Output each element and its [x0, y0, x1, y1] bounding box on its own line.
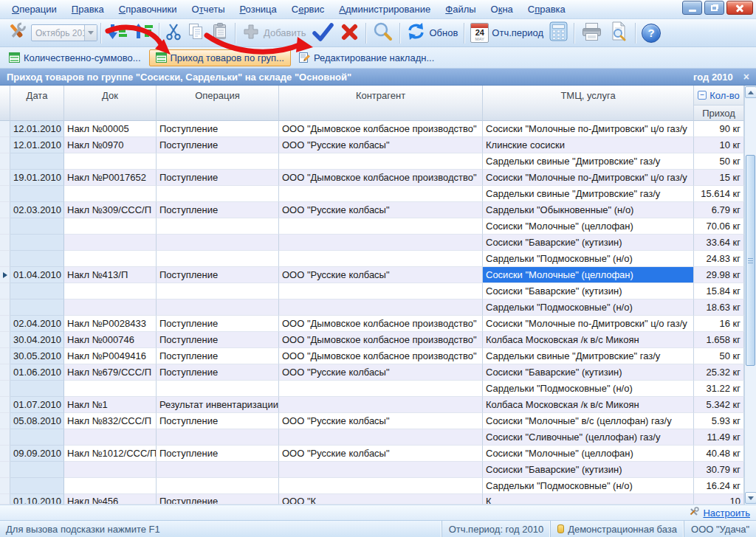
menu-item-9[interactable]: Справка	[520, 1, 573, 17]
row-indicator-cell[interactable]	[0, 381, 10, 397]
operation-cell[interactable]: Поступление	[157, 202, 279, 218]
row-indicator-cell[interactable]	[0, 153, 10, 170]
doc-cell[interactable]	[64, 462, 157, 478]
tab-0[interactable]: Количественно-суммово...	[2, 49, 148, 66]
configure-link[interactable]: Настроить	[703, 507, 750, 519]
operation-cell[interactable]	[157, 218, 279, 235]
operation-cell[interactable]	[157, 381, 279, 397]
item-cell[interactable]: Сосиски "Сливочные" (целлофан) газ/у	[483, 429, 694, 446]
qty-cell[interactable]: 18.63 кг	[694, 299, 744, 316]
operation-cell[interactable]	[157, 429, 279, 446]
contragent-cell[interactable]: ООО "Дымовское колбасное производство"	[279, 332, 483, 348]
date-cell[interactable]: 05.08.2010	[10, 413, 64, 429]
doc-cell[interactable]	[64, 283, 157, 299]
qty-cell[interactable]: 5.342 кг	[694, 397, 744, 413]
item-cell[interactable]: Сардельки "Подмосковные" (н/о)	[483, 478, 694, 494]
doc-cell[interactable]	[64, 251, 157, 267]
row-indicator-cell[interactable]	[0, 283, 10, 299]
qty-cell[interactable]: 31.22 кг	[694, 381, 744, 397]
item-cell[interactable]: Сосиски "Молочные" (целлофан)	[483, 218, 694, 235]
operation-cell[interactable]: Поступление	[157, 446, 279, 462]
operation-cell[interactable]: Поступление	[157, 413, 279, 429]
menu-item-7[interactable]: Файлы	[438, 1, 483, 17]
qty-cell[interactable]: 16.24 кг	[694, 478, 744, 494]
close-button[interactable]	[726, 1, 753, 15]
date-cell[interactable]: 01.07.2010	[10, 397, 64, 413]
qty-cell[interactable]: 15.84 кг	[694, 283, 744, 299]
contragent-cell[interactable]	[279, 429, 483, 446]
row-indicator-cell[interactable]	[0, 348, 10, 364]
tab-2[interactable]: Редактирование накладн...	[292, 49, 441, 66]
operation-cell[interactable]	[157, 235, 279, 251]
item-cell[interactable]: Сардельки свиные "Дмитровские" газ/у	[483, 186, 694, 202]
row-indicator-cell[interactable]	[0, 364, 10, 381]
date-cell[interactable]: 30.04.2010	[10, 332, 64, 348]
row-indicator-cell[interactable]	[0, 186, 10, 202]
header-qty[interactable]: − Кол-во	[694, 86, 744, 105]
date-cell[interactable]	[10, 235, 64, 251]
copy-button[interactable]	[185, 21, 208, 45]
item-cell[interactable]: Сардельки свиные "Дмитровские" газ/у	[483, 348, 694, 364]
contragent-cell[interactable]	[279, 462, 483, 478]
contragent-cell[interactable]	[279, 251, 483, 267]
qty-cell[interactable]: 29.98 кг	[694, 267, 744, 283]
scroll-up-button[interactable]	[745, 86, 756, 98]
scrollbar-thumb[interactable]	[746, 155, 755, 366]
doc-cell[interactable]: Накл №1	[64, 397, 157, 413]
menu-item-0[interactable]: Операции	[4, 1, 64, 17]
header-qty-subheader[interactable]: Приход	[694, 105, 744, 121]
contragent-cell[interactable]: ООО "Русские колбасы"	[279, 267, 483, 283]
item-cell[interactable]: Сосиски "Баварские" (кутизин)	[483, 462, 694, 478]
doc-cell[interactable]	[64, 186, 157, 202]
operation-cell[interactable]: Поступление	[157, 121, 279, 137]
qty-cell[interactable]: 6.79 кг	[694, 202, 744, 218]
row-indicator-cell[interactable]	[0, 397, 10, 413]
date-cell[interactable]: 02.03.2010	[10, 202, 64, 218]
item-cell[interactable]: Сардельки "Подмосковные" (н/о)	[483, 299, 694, 316]
row-indicator-cell[interactable]	[0, 413, 10, 429]
item-cell[interactable]: Сосиски "Баварские" (кутизин)	[483, 283, 694, 299]
item-cell[interactable]: Сардельки "Подмосковные" (н/о)	[483, 381, 694, 397]
doc-cell[interactable]: Накл №679/ССС/П	[64, 364, 157, 381]
item-cell[interactable]: Сардельки свиные "Дмитровские" газ/у	[483, 153, 694, 170]
operation-cell[interactable]: Поступление	[157, 316, 279, 332]
row-indicator-cell[interactable]	[0, 462, 10, 478]
qty-cell[interactable]: 30.79 кг	[694, 462, 744, 478]
doc-cell[interactable]	[64, 153, 157, 170]
cancel-button[interactable]	[337, 21, 362, 45]
date-cell[interactable]: 02.04.2010	[10, 316, 64, 332]
contragent-cell[interactable]	[279, 218, 483, 235]
item-cell[interactable]: Сардельки "Подмосковные" (н/о)	[483, 251, 694, 267]
qty-cell[interactable]: 33.64 кг	[694, 235, 744, 251]
doc-cell[interactable]	[64, 299, 157, 316]
doc-cell[interactable]: Накл №1012/ССС/П	[64, 446, 157, 462]
doc-cell[interactable]	[64, 218, 157, 235]
header-contragent[interactable]: Контрагент	[279, 86, 483, 121]
doc-cell[interactable]: Накл №000746	[64, 332, 157, 348]
contragent-cell[interactable]: ООО "Дымовское колбасное производство"	[279, 316, 483, 332]
row-indicator-cell[interactable]	[0, 170, 10, 186]
doc-cell[interactable]	[64, 381, 157, 397]
month-select[interactable]: Октябрь 2010	[31, 24, 97, 41]
row-indicator-cell[interactable]	[0, 251, 10, 267]
doc-cell[interactable]: Накл №Р0017652	[64, 170, 157, 186]
refresh-button[interactable]: Обнов	[403, 21, 461, 45]
operation-cell[interactable]: Поступление	[157, 494, 279, 505]
doc-cell[interactable]: Накл №309/ССС/П	[64, 202, 157, 218]
doc-cell[interactable]	[64, 429, 157, 446]
qty-cell[interactable]: 24.83 кг	[694, 251, 744, 267]
date-cell[interactable]	[10, 381, 64, 397]
row-indicator-cell[interactable]	[0, 267, 10, 283]
print-preview-button[interactable]	[606, 21, 632, 45]
paste-button[interactable]	[208, 21, 232, 45]
doc-cell[interactable]: Накл №413/П	[64, 267, 157, 283]
menu-item-6[interactable]: Администрирование	[331, 1, 438, 17]
tab-1-active[interactable]: Приход товаров по груп...	[149, 49, 291, 66]
search-button[interactable]	[369, 21, 396, 45]
date-cell[interactable]: 12.01.2010	[10, 137, 64, 153]
sort-ascending-button[interactable]	[104, 21, 130, 45]
item-cell[interactable]: К	[483, 494, 694, 505]
vertical-scrollbar[interactable]	[744, 86, 756, 505]
doc-cell[interactable]	[64, 478, 157, 494]
operation-cell[interactable]	[157, 153, 279, 170]
